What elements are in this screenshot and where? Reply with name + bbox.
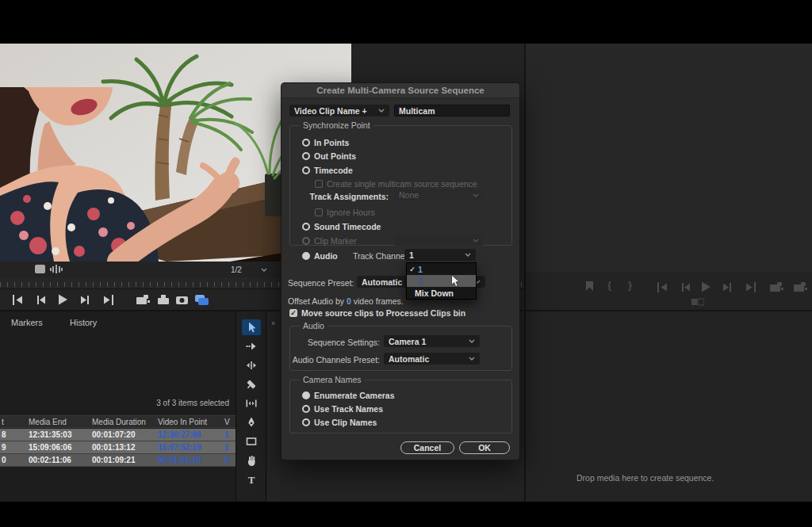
audio-radio[interactable] [302,252,310,260]
selection-tool[interactable] [242,319,261,335]
move-clips-label[interactable]: Move source clips to Processed Clips bin [301,308,465,318]
cell-media-end: 12:31:35:03 [29,429,92,441]
sequence-settings-label: Sequence Settings: [297,338,380,347]
track-select-forward-tool[interactable] [242,338,261,354]
overwrite-button[interactable] [156,293,170,306]
chevron-down-icon [473,239,479,242]
sound-timecode-radio[interactable] [302,223,310,231]
menu-item-1-label: 1 [418,265,423,274]
timecode-radio[interactable] [302,166,310,174]
menu-item-mix-down[interactable]: Mix Down [407,287,476,299]
table-header-row[interactable]: t Media End Media Duration Video In Poin… [0,415,236,428]
chevron-down-icon [469,357,475,361]
cell-media-duration: 00:01:07:20 [92,429,155,441]
tab-markers[interactable]: Markers [11,318,43,327]
zoom-level-select[interactable]: 1/2 [231,264,267,275]
menu-item-2[interactable]: 2 [407,275,476,287]
pen-tool[interactable] [242,414,261,430]
close-icon[interactable]: × [271,319,275,327]
mark-in-button[interactable]: { [607,279,611,291]
razor-tool[interactable] [242,376,261,392]
step-forward-button[interactable] [79,294,92,306]
drag-audio-icon[interactable] [49,265,63,273]
out-points-label[interactable]: Out Points [314,151,356,161]
table-row[interactable]: 0 00:02:11:06 00:01:09:21 00:01:01:10 0 [0,454,236,467]
export-frame-button[interactable] [175,294,189,305]
program-play-button[interactable] [699,281,712,293]
dialog-title[interactable]: Create Multi-Camera Source Sequence [282,83,519,98]
single-sequence-checkbox[interactable] [315,180,323,188]
cancel-button[interactable]: Cancel [400,441,454,454]
program-step-back-button[interactable] [679,281,692,293]
table-row[interactable]: 8 12:31:35:03 00:01:07:20 12:30:27:08 1 [0,429,236,441]
synchronize-point-label: Synchronize Point [300,120,373,130]
name-preset-select[interactable]: Video Clip Name + [289,105,389,116]
cell-media-start: 9 [0,441,29,453]
play-button[interactable] [56,293,69,306]
go-to-out-button[interactable] [101,294,114,306]
channels-preset-select[interactable]: Automatic [384,353,480,365]
name-preset-value: Video Clip Name + [294,106,367,116]
use-clip-names-radio[interactable] [302,418,310,426]
clip-marker-radio[interactable] [302,237,310,245]
tools-panel: T [236,311,266,502]
move-clips-checkbox[interactable]: ✓ [289,309,297,317]
chevron-down-icon [378,109,385,113]
track-assignments-select[interactable]: None [394,189,484,200]
tab-history[interactable]: History [70,318,97,327]
enumerate-cameras-label[interactable]: Enumerate Cameras [314,391,395,400]
column-header-video-in-point[interactable]: Video In Point [155,416,224,427]
lift-button[interactable] [769,281,784,293]
ripple-edit-tool[interactable] [242,357,261,373]
chevron-down-icon [473,193,479,197]
track-channel-label: Track Channel [353,251,407,261]
sound-timecode-label[interactable]: Sound Timecode [314,222,381,231]
column-header-media-end[interactable]: Media End [29,416,92,427]
enumerate-cameras-radio[interactable] [302,391,310,399]
hand-tool[interactable] [242,453,261,468]
table-row[interactable]: 9 15:09:06:06 00:01:13:12 15:07:52:19 1 [0,441,236,454]
step-back-button[interactable] [34,294,48,306]
selection-status: 3 of 3 items selected [156,399,229,407]
type-tool[interactable]: T [242,472,261,487]
audio-label[interactable]: Audio [314,251,338,261]
column-header-video-out-point[interactable]: V [224,416,236,427]
clip-marker-select[interactable] [394,235,484,246]
go-to-in-button[interactable] [12,294,25,306]
menu-item-1[interactable]: ✓ 1 [407,263,476,275]
column-header-media-start[interactable]: t [0,416,29,427]
ignore-hours-checkbox[interactable] [315,208,323,216]
cell-video-out: 1 [224,429,236,441]
program-step-forward-button[interactable] [721,281,734,293]
rectangle-tool[interactable] [242,433,261,449]
program-go-to-out-button[interactable] [743,281,756,293]
insert-button[interactable] [136,293,151,306]
track-channel-select[interactable]: 1 [404,249,476,261]
use-track-names-label[interactable]: Use Track Names [314,404,383,414]
comparison-view-icon[interactable] [691,298,704,306]
zoom-level-value: 1/2 [231,265,242,274]
program-go-to-in-button[interactable] [657,281,670,293]
slip-tool[interactable] [242,395,261,411]
sequence-settings-select[interactable]: Camera 1 [384,335,480,347]
in-points-label[interactable]: In Points [314,138,349,147]
offset-value[interactable]: 0 [347,296,351,306]
sequence-name-input[interactable] [394,105,510,116]
in-points-radio[interactable] [302,139,310,147]
add-marker-button[interactable] [584,281,595,292]
out-points-radio[interactable] [302,152,310,160]
drag-video-icon[interactable] [35,265,45,273]
ok-button[interactable]: OK [459,441,510,454]
cell-video-out: 1 [224,441,236,453]
ignore-hours-label: Ignore Hours [327,208,375,217]
multicam-toggle-icon[interactable] [194,293,209,306]
panel-edge-strip: × [267,311,280,502]
use-track-names-radio[interactable] [302,405,310,413]
cell-video-in: 15:07:52:19 [155,441,224,453]
column-header-media-duration[interactable]: Media Duration [92,416,155,427]
extract-button[interactable] [793,281,808,293]
mark-out-button[interactable]: } [628,279,632,291]
timecode-label[interactable]: Timecode [314,166,353,175]
use-clip-names-label[interactable]: Use Clip Names [314,418,377,427]
menu-item-mix-down-label: Mix Down [415,288,454,298]
